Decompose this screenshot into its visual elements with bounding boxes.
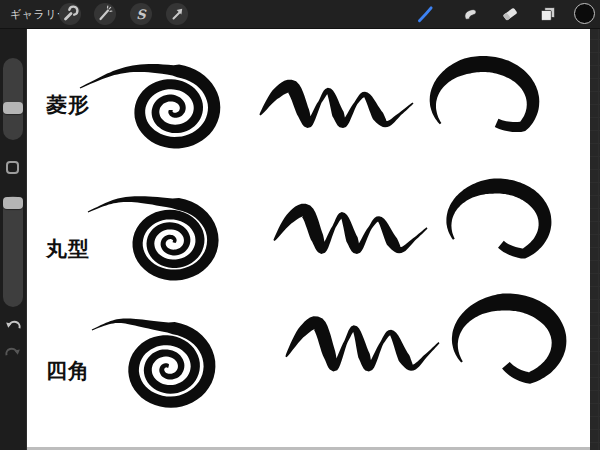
circle-stroke-row2 (446, 179, 551, 259)
magic-wand-icon (96, 5, 114, 23)
zigzag-stroke-row3 (285, 316, 439, 371)
circle-stroke-row1 (430, 56, 540, 132)
actions-button[interactable] (59, 3, 81, 25)
row-label-diamond: 菱形 (46, 94, 90, 115)
adjustments-button[interactable] (94, 3, 116, 25)
color-swatch[interactable] (574, 3, 595, 24)
transform-arrow-icon (168, 5, 186, 23)
brush-size-slider[interactable] (3, 58, 23, 140)
undo-arrow-icon (4, 317, 22, 335)
modify-button[interactable] (6, 161, 19, 174)
brush-test-strokes (27, 28, 590, 447)
opacity-slider[interactable] (3, 196, 23, 307)
spiral-stroke-row2 (88, 196, 219, 280)
top-toolbar: ギャラリー S (0, 0, 600, 29)
paint-tool-button[interactable] (414, 3, 436, 25)
selection-s-icon: S (136, 8, 145, 21)
selection-button[interactable]: S (130, 3, 152, 25)
zigzag-stroke-row1 (259, 80, 413, 128)
row-label-round: 丸型 (46, 238, 90, 259)
circle-stroke-row3 (452, 294, 567, 384)
paintbrush-icon (415, 4, 435, 24)
zigzag-stroke-row2 (273, 204, 427, 254)
redo-button[interactable] (4, 344, 22, 362)
layers-button[interactable] (537, 3, 559, 25)
wrench-icon (61, 5, 79, 23)
sidebar (0, 28, 26, 450)
smudge-tool-button[interactable] (459, 3, 481, 25)
undo-button[interactable] (4, 317, 22, 335)
brush-size-handle[interactable] (3, 102, 23, 114)
layers-icon (538, 4, 558, 24)
smudge-finger-icon (460, 4, 480, 24)
eraser-icon (500, 4, 520, 24)
procreate-app: ギャラリー S (0, 0, 600, 450)
spiral-stroke-row1 (80, 64, 221, 148)
spiral-stroke-row3 (92, 318, 216, 407)
row-label-square: 四角 (46, 360, 90, 381)
redo-arrow-icon (4, 344, 22, 362)
transform-button[interactable] (166, 3, 188, 25)
opacity-handle[interactable] (3, 197, 23, 209)
erase-tool-button[interactable] (499, 3, 521, 25)
artwork-canvas[interactable]: 菱形 丸型 四角 (27, 28, 590, 450)
